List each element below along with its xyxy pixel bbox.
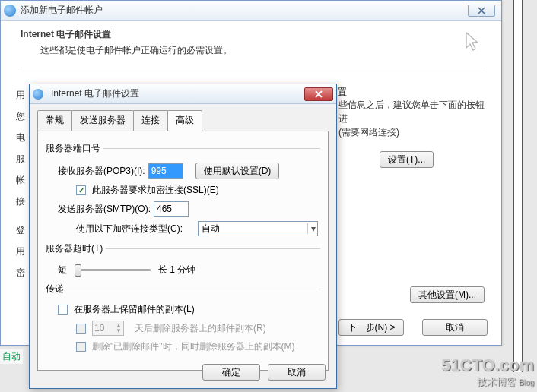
dialog-footer: 确定 取消 bbox=[202, 364, 326, 381]
dialog-title: Internet 电子邮件设置 bbox=[51, 87, 304, 100]
next-button[interactable]: 下一步(N) > bbox=[338, 319, 404, 336]
background-hint-text: 些信息之后，建议您单击下面的按钮进 (需要网络连接) bbox=[338, 98, 491, 139]
x-icon bbox=[315, 90, 323, 98]
ssl-checkbox[interactable] bbox=[76, 185, 86, 195]
page-subheading: 这些都是使电子邮件帐户正确运行的必需设置。 bbox=[40, 44, 481, 57]
tab-connection[interactable]: 连接 bbox=[133, 110, 168, 131]
other-settings-button[interactable]: 其他设置(M)... bbox=[410, 286, 485, 303]
pop3-port-input[interactable] bbox=[148, 163, 183, 179]
ok-button[interactable]: 确定 bbox=[202, 364, 260, 381]
test-settings-button[interactable]: 设置(T)... bbox=[380, 151, 434, 168]
settings-dialog: Internet 电子邮件设置 常规 发送服务器 连接 高级 服务器端口号 接收… bbox=[29, 84, 337, 389]
group-label: 服务器端口号 bbox=[46, 142, 103, 155]
background-window-edge bbox=[513, 0, 523, 372]
slider-thumb[interactable] bbox=[75, 264, 81, 277]
divider bbox=[21, 68, 481, 68]
timeout-long-label: 长 1 分钟 bbox=[158, 264, 195, 277]
tab-advanced[interactable]: 高级 bbox=[167, 110, 202, 131]
delete-when-purged-label: 删除"已删除邮件"时，同时删除服务器上的副本(M) bbox=[92, 340, 295, 353]
group-label: 传递 bbox=[46, 283, 67, 296]
group-timeout: 服务器超时(T) 短 长 1 分钟 bbox=[46, 242, 320, 280]
timeout-slider[interactable] bbox=[75, 263, 151, 277]
chevron-down-icon: ▾ bbox=[307, 223, 316, 234]
group-delivery: 传递 在服务器上保留邮件的副本(L) 10 ▲▼ 天后删除服务器上的邮件副本(R… bbox=[46, 283, 320, 356]
tab-strip: 常规 发送服务器 连接 高级 bbox=[37, 110, 336, 131]
cancel-button[interactable]: 取消 bbox=[422, 319, 488, 336]
main-titlebar: 添加新电子邮件帐户 bbox=[1, 1, 501, 21]
left-truncated-labels: 用 您 电 服 帐 接 登 用 密 bbox=[16, 84, 25, 283]
x-icon bbox=[478, 7, 485, 14]
close-button[interactable] bbox=[468, 5, 495, 17]
smtp-port-input[interactable] bbox=[154, 201, 189, 217]
dialog-close-button[interactable] bbox=[304, 87, 333, 101]
ssl-label: 此服务器要求加密连接(SSL)(E) bbox=[92, 184, 219, 197]
encryption-value: 自动 bbox=[202, 223, 220, 236]
keep-copy-label: 在服务器上保留邮件的副本(L) bbox=[74, 303, 195, 316]
pop3-label: 接收服务器(POP3)(I): bbox=[58, 165, 145, 178]
globe-icon bbox=[33, 89, 43, 100]
group-server-ports: 服务器端口号 接收服务器(POP3)(I): 使用默认设置(D) 此服务器要求加… bbox=[46, 142, 320, 239]
dialog-cancel-button[interactable]: 取消 bbox=[268, 364, 326, 381]
auto-badge: 自动 bbox=[0, 349, 23, 364]
globe-icon bbox=[4, 5, 16, 17]
watermark: 51CTO.com 技术博客 Blog bbox=[441, 356, 534, 389]
group-label: 服务器超时(T) bbox=[46, 242, 106, 255]
keep-copy-checkbox[interactable] bbox=[58, 305, 68, 315]
tab-panel-advanced: 服务器端口号 接收服务器(POP3)(I): 使用默认设置(D) 此服务器要求加… bbox=[37, 131, 329, 371]
delete-when-purged-checkbox bbox=[76, 342, 86, 352]
encryption-select[interactable]: 自动 ▾ bbox=[198, 221, 318, 236]
remove-after-days-checkbox bbox=[76, 324, 86, 334]
smtp-label: 发送服务器(SMTP)(O): bbox=[58, 203, 151, 216]
page-heading: Internet 电子邮件设置 bbox=[21, 28, 481, 41]
use-defaults-button[interactable]: 使用默认设置(D) bbox=[195, 163, 280, 179]
cursor-icon bbox=[463, 31, 483, 56]
dialog-titlebar: Internet 电子邮件设置 bbox=[30, 84, 336, 104]
tab-outgoing[interactable]: 发送服务器 bbox=[71, 110, 134, 131]
timeout-short-label: 短 bbox=[58, 264, 67, 277]
encryption-label: 使用以下加密连接类型(C): bbox=[76, 223, 183, 236]
days-label: 天后删除服务器上的邮件副本(R) bbox=[135, 322, 266, 335]
right-truncated-label: 置 bbox=[338, 86, 347, 99]
days-spinner: 10 ▲▼ bbox=[92, 321, 124, 336]
main-window-title: 添加新电子邮件帐户 bbox=[21, 4, 468, 17]
tab-general[interactable]: 常规 bbox=[37, 110, 72, 131]
